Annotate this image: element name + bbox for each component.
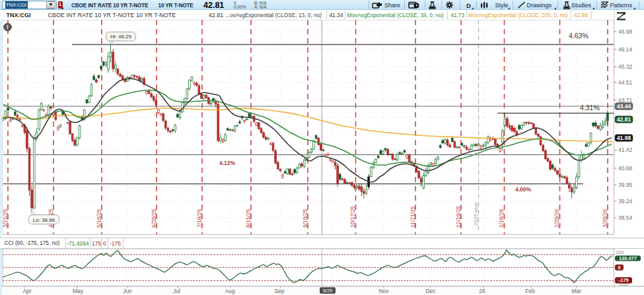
svg-text:-175: -175 [618, 277, 628, 283]
svg-text:Sep: Sep [274, 288, 284, 294]
svg-text:2/20/26: 2/20/26 [554, 209, 560, 228]
svg-text:12/19/25: 12/19/25 [455, 206, 462, 228]
svg-text:Jun: Jun [123, 288, 132, 294]
svg-text:7/18/25: 7/18/25 [196, 209, 203, 228]
svg-text:9/29: 9/29 [323, 288, 333, 294]
svg-text:41.42: 41.42 [618, 147, 633, 153]
svg-text:11/21/25: 11/21/25 [410, 206, 416, 228]
svg-text:Jul: Jul [173, 288, 180, 294]
svg-text:8/15/25: 8/15/25 [245, 209, 252, 228]
svg-text:4.12%: 4.12% [219, 160, 236, 166]
svg-text:Lo: 38.86: Lo: 38.86 [33, 217, 55, 223]
svg-text:45.32: 45.32 [618, 63, 633, 70]
svg-text:4.31%: 4.31% [580, 104, 600, 112]
svg-text:3/20/26: 3/20/26 [602, 209, 608, 228]
svg-text:Apr: Apr [22, 288, 31, 294]
svg-text:!: ! [7, 24, 9, 30]
svg-text:0: 0 [618, 265, 620, 271]
svg-text:Dec: Dec [425, 288, 436, 294]
svg-text:6/20/25: 6/20/25 [151, 209, 157, 228]
svg-text:Aug: Aug [225, 288, 234, 294]
svg-text:46.98: 46.98 [618, 28, 633, 35]
svg-text:40.68: 40.68 [618, 165, 633, 172]
svg-text:1/16/26: 1/16/26 [498, 209, 505, 228]
svg-text:43.71: 43.71 [618, 97, 633, 104]
svg-text:42.81: 42.81 [617, 116, 631, 123]
svg-text:2025 year: 2025 year [473, 202, 479, 226]
svg-text:38.54: 38.54 [618, 214, 633, 221]
svg-text:9/19/25: 9/19/25 [302, 209, 308, 228]
svg-text:May: May [73, 288, 84, 294]
svg-text:4.63%: 4.63% [569, 32, 589, 40]
svg-text:Feb: Feb [525, 288, 535, 294]
svg-text:44.51: 44.51 [618, 79, 633, 86]
svg-text:26: 26 [479, 288, 485, 294]
svg-text:39.95: 39.95 [618, 181, 633, 188]
svg-text:Nov: Nov [378, 288, 389, 294]
svg-text:46.14: 46.14 [618, 46, 633, 53]
svg-text:39.24: 39.24 [618, 198, 633, 205]
svg-text:Hi: 46.29: Hi: 46.29 [110, 34, 132, 40]
svg-text:4.00%: 4.00% [515, 186, 532, 193]
svg-text:41.98: 41.98 [617, 135, 631, 141]
svg-text:5/16/25: 5/16/25 [96, 209, 102, 228]
svg-text:Mar: Mar [571, 288, 581, 294]
svg-text:10/17/25: 10/17/25 [349, 206, 356, 228]
svg-text:130.477: 130.477 [619, 255, 637, 261]
svg-text:43.44: 43.44 [617, 103, 631, 110]
